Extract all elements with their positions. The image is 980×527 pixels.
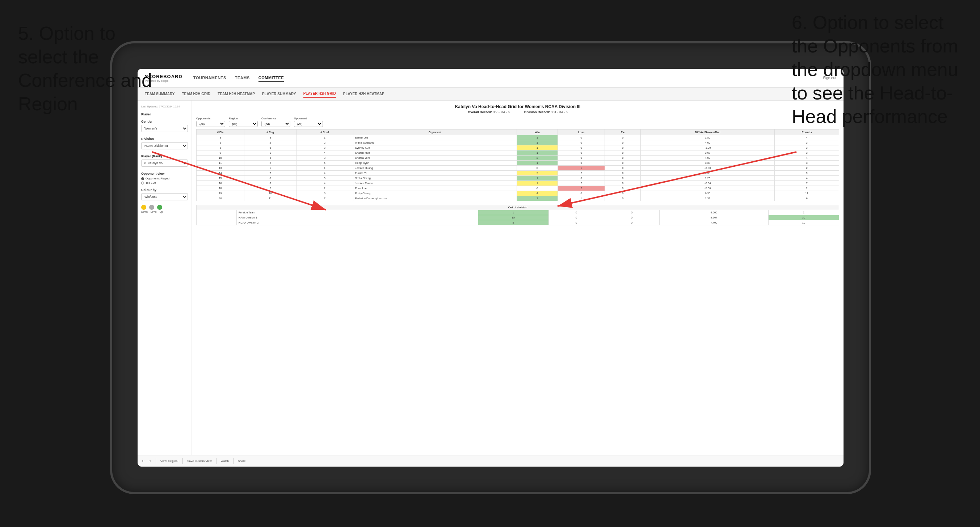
overall-record: Overall Record: 353 - 34 - 6 <box>468 110 510 114</box>
division-label: Division <box>141 137 188 141</box>
out-of-division-table: Out of division Foreign Team 1 0 0 4.500… <box>196 205 839 225</box>
toolbar-sep-4 <box>233 458 234 464</box>
legend-down-dot <box>141 205 146 210</box>
tablet-device: SCOREBOARD Powered by clippd TOURNAMENTS… <box>112 43 869 492</box>
table-row: 5 2 2 Alexis Sudijanto 1 0 0 4.00 3 <box>197 140 839 145</box>
nav-teams[interactable]: TEAMS <box>235 74 250 82</box>
col-diff: Diff Av Strokes/Rnd <box>641 130 775 135</box>
out-of-div-row-3: NCAA Division 2 5 0 0 7.400 10 <box>197 220 839 225</box>
toolbar-sep-2 <box>183 458 183 464</box>
col-tie: Tie <box>605 130 641 135</box>
annotation-6: 6. Option to select the Opponents from t… <box>792 11 969 129</box>
out-of-division-section: Out of division Foreign Team 1 0 0 4.500… <box>196 205 839 225</box>
watch-btn[interactable]: Watch <box>221 459 229 463</box>
table-row: 16 3 4 Jessica Mason 1 2 0 -0.94 7 <box>197 181 839 186</box>
col-rounds: Rounds <box>775 130 839 135</box>
colour-legend <box>141 205 188 210</box>
colour-legend-labels: Down Level Up <box>141 211 188 213</box>
toolbar-sep-1 <box>156 458 156 464</box>
subnav-team-h2h-grid[interactable]: TEAM H2H GRID <box>182 90 210 97</box>
sub-navigation: TEAM SUMMARY TEAM H2H GRID TEAM H2H HEAT… <box>138 87 843 100</box>
save-custom-btn[interactable]: Save Custom View <box>187 459 212 463</box>
out-of-div-row-2: NAIA Division 1 15 0 0 9.267 30 <box>197 215 839 220</box>
player-rank-dropdown[interactable]: 8. Katelyn Vo <box>141 160 188 167</box>
subnav-player-h2h-grid[interactable]: PLAYER H2H GRID <box>303 90 336 98</box>
table-row: 13 1 1 Jessica Huang 0 1 0 -3.00 2 <box>197 166 839 171</box>
tablet-screen: SCOREBOARD Powered by clippd TOURNAMENTS… <box>138 69 843 467</box>
filter-opponents-group: Opponents: (All) <box>196 117 225 127</box>
region-filter-select[interactable]: (All) <box>229 121 258 127</box>
table-row: 9 1 4 Sharon Mun 1 0 0 3.67 3 <box>197 151 839 156</box>
main-content: Last Updated: 27/03/2024 16:34 Player Ge… <box>138 100 843 455</box>
nav-links: TOURNAMENTS TEAMS COMMITTEE <box>193 74 823 82</box>
annotation-5: 5. Option to select the Conference and R… <box>18 22 156 116</box>
grid-area: Katelyn Vo Head-to-Head Grid for Women's… <box>192 100 843 455</box>
gender-label: Gender <box>141 120 188 123</box>
redo-btn[interactable]: ↪ <box>149 459 151 463</box>
table-row: 18 2 2 Euna Lee 0 2 0 -5.00 2 <box>197 186 839 191</box>
opponent-filter-select[interactable]: (All) <box>294 121 323 127</box>
bottom-toolbar: ↩ ↪ View: Original Save Custom View Watc… <box>138 455 843 467</box>
subnav-player-summary[interactable]: PLAYER SUMMARY <box>262 90 296 97</box>
opponent-view-label: Opponent view <box>141 172 188 175</box>
division-dropdown[interactable]: NCAA Division III <box>141 142 188 149</box>
view-original-btn[interactable]: View: Original <box>161 459 178 463</box>
table-row: 11 2 5 Heejo Hyun 1 0 0 3.33 3 <box>197 160 839 166</box>
col-opponent: Opponent <box>353 130 517 135</box>
share-btn[interactable]: Share <box>238 459 245 463</box>
undo-btn[interactable]: ↩ <box>142 459 145 463</box>
filter-opponent-group: Opponent (All) <box>294 117 323 127</box>
table-row: 19 10 6 Emily Chang 4 0 0 0.30 11 <box>197 191 839 196</box>
conference-filter-label: Conference <box>261 117 290 120</box>
col-win: Win <box>517 130 558 135</box>
col-div: # Div <box>197 130 244 135</box>
legend-level-dot <box>149 205 154 210</box>
subnav-team-h2h-heatmap[interactable]: TEAM H2H HEATMAP <box>218 90 255 97</box>
filter-conference-group: Conference (All) <box>261 117 290 127</box>
table-row: 15 8 5 Stella Cheng 1 0 0 1.25 4 <box>197 176 839 181</box>
col-loss: Loss <box>557 130 605 135</box>
opp-played-option[interactable]: Opponents Played <box>141 177 188 180</box>
radio-dot-top100 <box>141 182 144 184</box>
table-row: 14 7 4 Eunice Yi 2 2 0 0.38 9 <box>197 171 839 176</box>
table-row: 3 3 1 Esther Lee 1 0 0 1.50 4 <box>197 135 839 140</box>
subnav-player-h2h-heatmap[interactable]: PLAYER H2H HEATMAP <box>343 90 385 97</box>
gender-dropdown[interactable]: Women's <box>141 125 188 132</box>
opponents-filter-select[interactable]: (All) <box>196 121 225 127</box>
table-header-row: # Div # Reg # Conf Opponent Win Loss Tie… <box>197 130 839 135</box>
region-filter-label: Region <box>229 117 258 120</box>
opp-top100-option[interactable]: Top 100 <box>141 181 188 184</box>
radio-dot-played <box>141 177 144 180</box>
out-of-division-header: Out of division <box>197 205 839 210</box>
col-conf: # Conf <box>296 130 353 135</box>
conference-filter-select[interactable]: (All) <box>261 121 290 127</box>
opponents-filter-label: Opponents: <box>196 117 225 120</box>
grid-records: Overall Record: 353 - 34 - 6 Division Re… <box>196 110 839 114</box>
col-reg: # Reg <box>244 130 296 135</box>
grid-title: Katelyn Vo Head-to-Head Grid for Women's… <box>196 104 839 109</box>
division-record: Division Record: 331 - 34 - 6 <box>524 110 568 114</box>
filter-region-group: Region (All) <box>229 117 258 127</box>
opponent-view-options: Opponents Played Top 100 <box>141 177 188 184</box>
sidebar: Last Updated: 27/03/2024 16:34 Player Ge… <box>138 100 192 455</box>
legend-up-dot <box>157 205 162 210</box>
top-navigation: SCOREBOARD Powered by clippd TOURNAMENTS… <box>138 69 843 87</box>
out-of-div-row-1: Foreign Team 1 0 0 4.500 2 <box>197 210 839 215</box>
table-row: 20 11 7 Federica Domecq Lacroze 2 1 0 1.… <box>197 196 839 201</box>
opponent-filter-label: Opponent <box>294 117 323 120</box>
nav-committee[interactable]: COMMITTEE <box>258 74 284 82</box>
filter-row: Opponents: (All) Region (All) Conference <box>196 117 839 127</box>
table-row: 10 6 3 Andrea York 2 0 0 4.00 4 <box>197 156 839 160</box>
table-row: 6 3 3 Sydney Kuo 1 0 0 -1.00 3 <box>197 145 839 151</box>
h2h-table: # Div # Reg # Conf Opponent Win Loss Tie… <box>196 129 839 201</box>
table-body: 3 3 1 Esther Lee 1 0 0 1.50 4 5 2 2 Alex… <box>197 135 839 201</box>
player-rank-label: Player (Rank) <box>141 154 188 158</box>
colour-label: Colour by <box>141 188 188 192</box>
nav-tournaments[interactable]: TOURNAMENTS <box>193 74 226 82</box>
toolbar-sep-3 <box>216 458 216 464</box>
colour-dropdown[interactable]: Win/Loss <box>141 193 188 200</box>
